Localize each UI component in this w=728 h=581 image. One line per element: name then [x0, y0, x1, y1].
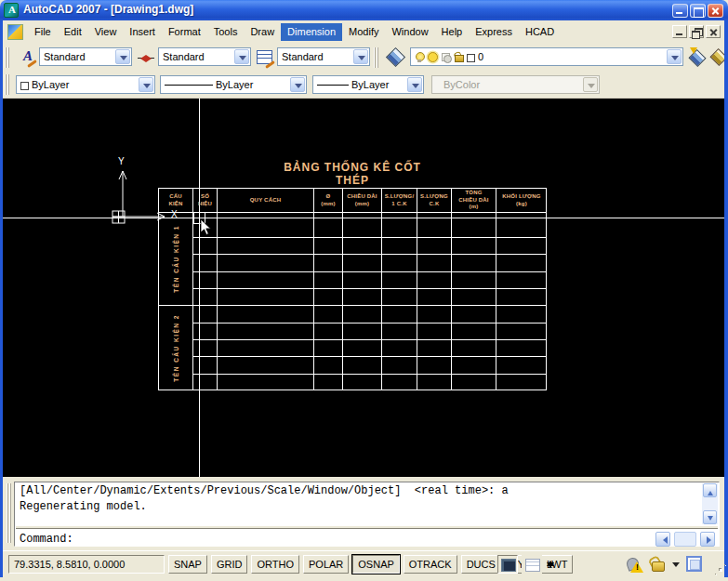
table-row-line: [158, 390, 547, 390]
table-row-line: [192, 271, 547, 272]
dropdown-arrow-icon[interactable]: [407, 77, 422, 92]
coordinate-readout[interactable]: 79.3315, 8.5810, 0.0000: [8, 555, 165, 574]
table-header-cell: S.LƯỢNG/1 C.K: [382, 189, 417, 212]
dropdown-arrow-icon[interactable]: [115, 49, 130, 64]
table-column-line: [313, 188, 314, 390]
command-hscrollbar[interactable]: [655, 532, 715, 547]
drawing-canvas[interactable]: Y X BẢNG THỐNG KÊ CỐT THÉP CẤUKIỆNSỐHIỆU…: [3, 99, 724, 477]
text-style-icon[interactable]: A: [18, 46, 38, 67]
scroll-up-icon[interactable]: [703, 483, 717, 497]
command-splitter[interactable]: [16, 525, 718, 529]
resize-grip[interactable]: [709, 559, 722, 572]
dim-style-combo[interactable]: Standard: [158, 47, 251, 66]
clean-screen-icon[interactable]: [686, 556, 702, 572]
hscroll-thumb[interactable]: [674, 532, 696, 547]
sun-icon[interactable]: [428, 51, 438, 63]
layer-previous-icon[interactable]: [710, 46, 724, 67]
viewport-freeze-icon[interactable]: [441, 51, 451, 63]
toggle-ortho[interactable]: ORTHO: [251, 555, 299, 574]
table-header-cell: Ø(mm): [314, 189, 342, 212]
ucs-y-label: Y: [118, 156, 125, 166]
toggle-otrack[interactable]: OTRACK: [404, 555, 457, 574]
status-menu-arrow-icon[interactable]: [672, 562, 680, 571]
scroll-right-icon[interactable]: [700, 532, 715, 547]
lineweight-combo[interactable]: ByLayer: [312, 75, 424, 94]
table-group-label-1: TÊN CẤU KIỆN 1: [159, 213, 192, 304]
menu-item-window[interactable]: Window: [385, 23, 434, 41]
command-window: [All/Center/Dynamic/Extents/Previous/Sca…: [3, 477, 724, 550]
menu-item-dimension[interactable]: Dimension: [281, 23, 342, 41]
dropdown-arrow-icon[interactable]: [353, 49, 368, 64]
command-history[interactable]: [All/Center/Dynamic/Extents/Previous/Sca…: [16, 483, 702, 524]
menu-item-hcad[interactable]: HCAD: [519, 23, 561, 41]
linetype-combo[interactable]: ByLayer: [160, 75, 307, 94]
toggle-osnap[interactable]: OSNAP: [352, 555, 400, 574]
layers-icon[interactable]: [386, 46, 406, 67]
menu-item-file[interactable]: File: [28, 23, 58, 41]
color-swatch: [20, 82, 29, 90]
command-window-grip[interactable]: [7, 483, 11, 543]
make-object-layer-current-icon[interactable]: [688, 46, 708, 67]
autocad-app-icon: [4, 3, 19, 18]
toggle-grid[interactable]: GRID: [211, 555, 248, 574]
mdi-minimize-button[interactable]: [672, 25, 687, 38]
close-button[interactable]: [708, 4, 723, 18]
styles-layers-toolbar: A Standard Standard Standard: [3, 44, 724, 72]
text-style-combo[interactable]: Standard: [39, 47, 132, 66]
toggle-ducs[interactable]: DUCS: [461, 555, 501, 574]
dropdown-arrow-icon[interactable]: [667, 49, 682, 64]
command-prompt-line[interactable]: Command:: [16, 530, 718, 545]
scroll-down-icon[interactable]: [703, 510, 717, 524]
layout-button[interactable]: [522, 555, 542, 574]
menu-item-format[interactable]: Format: [162, 23, 207, 41]
table-column-line: [451, 188, 452, 390]
table-row-line: [192, 323, 547, 324]
dropdown-arrow-icon[interactable]: [290, 77, 305, 92]
color-value: ByLayer: [32, 79, 69, 90]
table-row-line: [192, 374, 547, 375]
minimize-button[interactable]: [672, 4, 688, 18]
dropdown-arrow-icon[interactable]: [139, 77, 153, 92]
comm-center-icon[interactable]: !: [626, 556, 643, 573]
mdi-restore-button[interactable]: [689, 25, 704, 38]
properties-toolbar: ByLayer ByLayer ByLayer ByColor: [3, 72, 724, 99]
menu-item-edit[interactable]: Edit: [58, 23, 88, 41]
table-column-line: [496, 188, 496, 390]
menu-item-modify[interactable]: Modify: [342, 23, 385, 41]
table-column-line: [192, 188, 193, 390]
toggle-polar[interactable]: POLAR: [303, 555, 349, 574]
scroll-left-icon[interactable]: [655, 532, 670, 547]
menu-item-view[interactable]: View: [88, 23, 124, 41]
lineweight-sample: [317, 85, 349, 86]
toolbar-grip[interactable]: [374, 47, 378, 68]
table-style-icon[interactable]: [255, 46, 275, 67]
table-style-combo[interactable]: Standard: [277, 47, 370, 66]
toolbar-grip[interactable]: [5, 47, 9, 68]
toolbar-grip[interactable]: [5, 74, 9, 95]
bulb-on-icon[interactable]: [415, 51, 425, 63]
table-column-line: [546, 188, 547, 390]
menu-item-draw[interactable]: Draw: [244, 23, 281, 41]
mdi-close-button[interactable]: [706, 25, 721, 38]
annotation-arrows-icon[interactable]: [547, 557, 554, 572]
title-bar: AutoCAD 2007 - [Drawing1.dwg]: [0, 0, 728, 20]
unlock-icon[interactable]: [454, 51, 464, 63]
dropdown-arrow-icon[interactable]: [234, 49, 249, 64]
table-column-line: [217, 188, 218, 390]
menu-item-express[interactable]: Express: [469, 23, 519, 41]
menu-item-help[interactable]: Help: [435, 23, 470, 41]
layer-combo[interactable]: 0: [410, 47, 683, 66]
command-prompt[interactable]: Command:: [20, 533, 73, 546]
model-space-button[interactable]: [497, 555, 518, 574]
menu-item-tools[interactable]: Tools: [207, 23, 245, 41]
toolbar-lock-icon[interactable]: [648, 557, 665, 572]
linetype-value: ByLayer: [216, 79, 253, 90]
color-combo[interactable]: ByLayer: [16, 75, 155, 94]
maximize-button[interactable]: [690, 4, 706, 18]
menu-item-insert[interactable]: Insert: [123, 23, 162, 41]
dim-style-icon[interactable]: [136, 46, 156, 67]
toggle-snap[interactable]: SNAP: [168, 555, 207, 574]
command-vscrollbar[interactable]: [702, 483, 718, 524]
menu-bar: FileEditViewInsertFormatToolsDrawDimensi…: [3, 20, 724, 44]
menu-file-icon[interactable]: [7, 24, 23, 40]
